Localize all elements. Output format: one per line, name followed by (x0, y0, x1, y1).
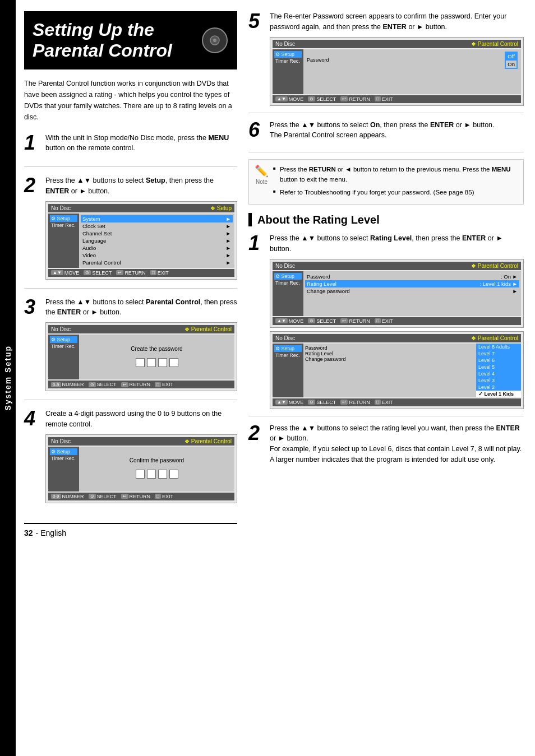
tv-screen-rating-1a: No Disc ❖ Parental Control ⚙ Setup Timer… (270, 259, 524, 328)
sidebar-timer: Timer Rec. (50, 222, 77, 229)
footer-number-3: 0-9 NUMBER (51, 382, 84, 387)
step-1-text: With the unit in Stop mode/No Disc mode,… (45, 133, 237, 154)
rating-step-2-number: 2 (248, 423, 264, 470)
footer-exit-5: □ EXIT (375, 96, 393, 102)
footer-return-r1a: ↩ RETURN (340, 318, 370, 324)
tv-screen-rating-1b: No Disc ❖ Parental Control ⚙ Setup Timer… (270, 331, 524, 409)
tv-body-step2: ⚙ Setup Timer Rec. System► Clock Set► Ch… (48, 214, 234, 268)
menu-label-rating: Rating Level (305, 351, 474, 356)
tv-body-step5: ⚙ Setup Timer Rec. Password Off On (273, 49, 521, 94)
dropdown-level5: Level 5 (476, 364, 521, 370)
sidebar-setup-3: ⚙ Setup (50, 336, 77, 343)
pw-box-8 (169, 470, 178, 479)
tv-main-r1a: Password: On ► Rating Level: Level 1 kid… (303, 271, 521, 316)
description-text: The Parental Control function works in c… (24, 78, 237, 123)
tv-screen-step3: No Disc ❖ Parental Control ⚙ Setup Timer… (45, 322, 237, 391)
footer-return-r1b: ↩ RETURN (340, 400, 370, 405)
tv-body-rating-1b: ⚙ Setup Timer Rec. Password Rating Level… (273, 344, 521, 397)
left-column: Setting Up the Parental Control The Pare… (24, 11, 237, 537)
tv-header-right: ❖ Setup (210, 205, 232, 211)
rating-step-2: 2 Press the ▲▼ buttons to select the rat… (248, 423, 524, 476)
tv-header-right-4: ❖ Parental Control (185, 438, 232, 444)
footer-exit-3: □ EXIT (155, 382, 173, 387)
side-tab-label: System Setup (3, 345, 12, 411)
menu-parental: Parental Control► (81, 259, 233, 266)
dvd-icon (201, 26, 229, 54)
tv-header-step5: No Disc ❖ Parental Control (273, 40, 521, 48)
footer-return-3: ↩ RETURN (121, 382, 151, 387)
step-3-content: Press the ▲▼ buttons to select Parental … (45, 297, 237, 392)
dropdown-level7: Level 7 (476, 350, 521, 357)
option-on: On (506, 61, 516, 68)
menu-changepw-r1a: Change password► (305, 287, 519, 295)
sidebar-setup-5: ⚙ Setup (274, 51, 302, 58)
footer-return: ↩ RETURN (116, 270, 146, 276)
tv-header-left: No Disc (51, 205, 71, 211)
step-4-content: Create a 4-digit password using the 0 to… (45, 409, 237, 503)
tv-body-step4: ⚙ Setup Timer Rec. Confirm the password (48, 447, 234, 491)
step-5-text: The Re-enter Password screen appears to … (270, 11, 524, 33)
two-col-layout: Setting Up the Parental Control The Pare… (24, 11, 524, 537)
step-3: 3 Press the ▲▼ buttons to select Parenta… (24, 297, 237, 401)
menu-rating-r1a: Rating Level: Level 1 kids ► (305, 280, 519, 287)
sidebar-setup-r1b: ⚙ Setup (274, 345, 302, 352)
step-6-number: 6 (248, 120, 264, 146)
pw-box-7 (158, 470, 167, 479)
tv-main-step3: Create the password (79, 335, 234, 379)
confirm-password-label: Confirm the password (130, 457, 184, 463)
step-2-content: Press the ▲▼ buttons to select Setup, th… (45, 175, 237, 280)
tv-header-rating-1a: No Disc ❖ Parental Control (273, 262, 521, 270)
tv-sidebar-step5: ⚙ Setup Timer Rec. (273, 49, 303, 94)
tv-header-left-r1b: No Disc (275, 335, 295, 341)
page-title: Setting Up the Parental Control (33, 20, 226, 61)
tv-header-step2: No Disc ❖ Setup (48, 204, 234, 212)
right-step-6: 6 Press the ▲▼ buttons to select On, the… (248, 120, 524, 153)
step-2-text: Press the ▲▼ buttons to select Setup, th… (45, 175, 237, 197)
page-footer: 32 - English (24, 523, 237, 537)
tv-sidebar-r1a: ⚙ Setup Timer Rec. (273, 271, 303, 316)
pw-box-1 (136, 358, 145, 367)
tv-header-right-r1b: ❖ Parental Control (471, 335, 518, 341)
footer-return-4: ↩ RETURN (121, 494, 151, 499)
step-1: 1 With the unit in Stop mode/No Disc mod… (24, 133, 237, 168)
password-boxes-4 (136, 470, 178, 479)
menu-language: Language► (81, 237, 233, 244)
dropdown-level6: Level 6 (476, 357, 521, 364)
menu-channelset: Channel Set► (81, 230, 233, 237)
tv-header-left-4: No Disc (51, 438, 71, 444)
step-3-text: Press the ▲▼ buttons to select Parental … (45, 297, 237, 318)
step-5-number: 5 (248, 11, 264, 106)
page-number: 32 (24, 528, 33, 537)
footer-select-r1a: ⊙ SELECT (308, 318, 336, 324)
sidebar-timer-3: Timer Rec. (50, 343, 77, 350)
tv-body-step3: ⚙ Setup Timer Rec. Create the password (48, 335, 234, 379)
tv-sidebar-step4: ⚙ Setup Timer Rec. (48, 447, 79, 491)
footer-return-5: ↩ RETURN (340, 96, 370, 102)
pw-box-4 (169, 358, 178, 367)
option-off: Off (506, 53, 516, 60)
sidebar-timer-4: Timer Rec. (50, 455, 77, 462)
sidebar-setup-4: ⚙ Setup (50, 448, 77, 455)
menu-clockset: Clock Set► (81, 222, 233, 230)
rating-step-1-number: 1 (248, 233, 264, 409)
right-step-5: 5 The Re-enter Password screen appears t… (248, 11, 524, 113)
tv-footer-step2: ▲▼ MOVE ⊙ SELECT ↩ RETURN □ EXIT (48, 269, 234, 277)
sidebar-setup: ⚙ Setup (50, 215, 77, 222)
pw-box-6 (147, 470, 156, 479)
tv-row-password-5: Password Off On (305, 51, 519, 69)
step-5-content: The Re-enter Password screen appears to … (270, 11, 524, 106)
right-column: 5 The Re-enter Password screen appears t… (248, 11, 524, 537)
step-4-text: Create a 4-digit password using the 0 to… (45, 409, 237, 430)
footer-select-3: ⊙ SELECT (89, 382, 117, 387)
tv-header-left-3: No Disc (51, 326, 71, 332)
footer-number-4: 0-9 NUMBER (51, 494, 84, 499)
step-2: 2 Press the ▲▼ buttons to select Setup, … (24, 175, 237, 289)
tv-footer-step5: ▲▼ MOVE ⊙ SELECT ↩ RETURN □ EXIT (273, 95, 521, 103)
footer-exit-r1a: □ EXIT (375, 318, 393, 324)
tv-main-r1b: Password Rating Level Change password Le… (303, 344, 521, 397)
create-password-label: Create the password (131, 346, 182, 352)
footer-move-r1a: ▲▼ MOVE (275, 318, 303, 324)
tv-sidebar-step2: ⚙ Setup Timer Rec. (48, 214, 79, 268)
sidebar-timer-r1b: Timer Rec. (274, 352, 302, 359)
tv-footer-r1b: ▲▼ MOVE ⊙ SELECT ↩ RETURN □ EXIT (273, 398, 521, 406)
